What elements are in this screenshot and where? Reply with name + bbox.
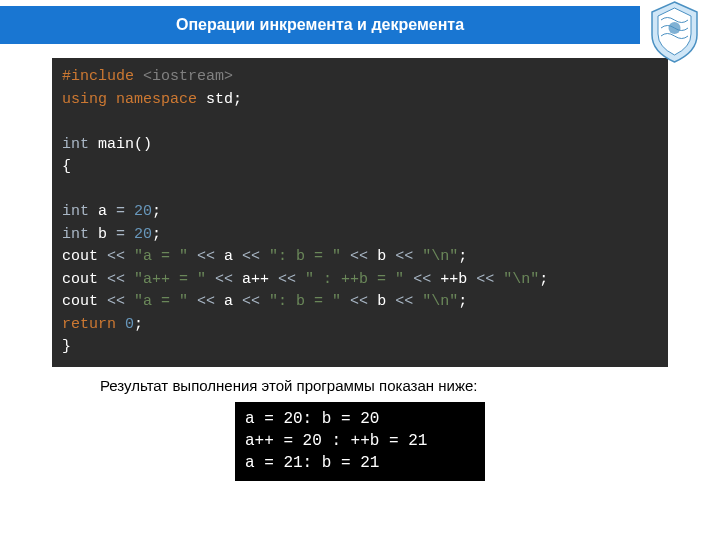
- code-line: cout << "a = " << a << ": b = " << b << …: [62, 246, 658, 269]
- code-line: cout << "a++ = " << a++ << " : ++b = " <…: [62, 269, 658, 292]
- code-block: #include <iostream>using namespace std; …: [52, 58, 668, 367]
- code-line: using namespace std;: [62, 89, 658, 112]
- code-line: [62, 179, 658, 202]
- page-title: Операции инкремента и декремента: [176, 16, 464, 34]
- code-line: {: [62, 156, 658, 179]
- svg-point-0: [669, 22, 681, 34]
- header-bar: Операции инкремента и декремента: [0, 6, 640, 44]
- code-line: #include <iostream>: [62, 66, 658, 89]
- code-line: [62, 111, 658, 134]
- output-line: a = 21: b = 21: [245, 452, 475, 474]
- code-line: int a = 20;: [62, 201, 658, 224]
- code-line: int main(): [62, 134, 658, 157]
- emblem-icon: [647, 0, 702, 65]
- code-line: return 0;: [62, 314, 658, 337]
- output-line: a = 20: b = 20: [245, 408, 475, 430]
- output-block: a = 20: b = 20a++ = 20 : ++b = 21a = 21:…: [235, 402, 485, 481]
- result-caption: Результат выполнения этой программы пока…: [100, 377, 720, 394]
- output-line: a++ = 20 : ++b = 21: [245, 430, 475, 452]
- code-line: }: [62, 336, 658, 359]
- code-line: cout << "a = " << a << ": b = " << b << …: [62, 291, 658, 314]
- code-line: int b = 20;: [62, 224, 658, 247]
